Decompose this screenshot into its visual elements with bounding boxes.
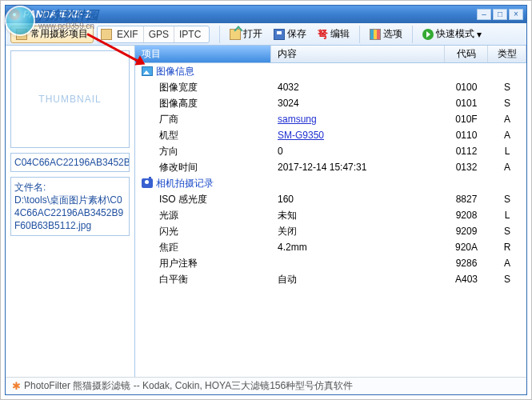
flower-icon: ✱ <box>12 380 21 392</box>
link-value[interactable]: SM-G9350 <box>278 130 324 141</box>
table-row[interactable]: 图像高度30240101S <box>135 95 526 111</box>
window-title: PANDA IEXIF 2 <box>23 9 91 20</box>
tab-common-exif[interactable]: 常用摄影项目 <box>10 26 94 43</box>
grid-header: 项目 内容 代码 类型 <box>135 46 526 63</box>
grid-body[interactable]: 图像信息图像宽度40320100S图像高度30240101S厂商samsung0… <box>135 63 526 377</box>
options-button[interactable]: 选项 <box>365 26 407 43</box>
table-row[interactable]: 用户注释9286A <box>135 255 526 271</box>
group-row[interactable]: 图像信息 <box>135 63 526 79</box>
table-row[interactable]: ISO 感光度1608827S <box>135 191 526 207</box>
tab-exif[interactable]: EXIF <box>112 26 143 42</box>
col-header-item[interactable]: 项目 <box>135 46 271 62</box>
statusbar-text: PhotoFilter 熊猫摄影滤镜 -- Kodak, Cokin, HOYA… <box>24 379 353 393</box>
separator <box>219 26 220 43</box>
image-icon <box>142 66 153 76</box>
save-button[interactable]: 保存 <box>269 26 311 43</box>
minimize-button[interactable]: – <box>477 9 491 20</box>
close-button[interactable]: × <box>509 9 523 20</box>
group-row[interactable]: 相机拍摄记录 <box>135 175 526 191</box>
toolbar: 常用摄影项目 EXIF GPS IPTC 打开 保存 弩 编辑 选项 快 <box>6 23 526 46</box>
tab-group: EXIF GPS IPTC <box>97 26 210 43</box>
box-icon <box>16 29 27 40</box>
tab-gps[interactable]: GPS <box>143 26 174 42</box>
table-row[interactable]: 光源未知9208L <box>135 207 526 223</box>
hash-value: C04C66AC22196AB3452B9 <box>10 153 130 172</box>
table-row[interactable]: 厂商samsung010FA <box>135 111 526 127</box>
app-window: ● PANDA IEXIF 2 – □ × 常用摄影项目 EXIF GPS IP… <box>5 5 527 395</box>
table-row[interactable]: 焦距4.2mm920AR <box>135 239 526 255</box>
edit-button[interactable]: 弩 编辑 <box>313 26 354 43</box>
separator <box>359 26 360 43</box>
table-row[interactable]: 白平衡自动A403S <box>135 271 526 287</box>
options-icon <box>370 29 381 40</box>
statusbar: ✱ PhotoFilter 熊猫摄影滤镜 -- Kodak, Cokin, HO… <box>6 377 526 394</box>
sidebar: THUMBNAIL C04C66AC22196AB3452B9 文件名: D:\… <box>6 46 135 377</box>
maximize-button[interactable]: □ <box>493 9 507 20</box>
titlebar: ● PANDA IEXIF 2 – □ × <box>6 6 526 23</box>
filename-box: 文件名: D:\tools\桌面图片素材\C04C66AC22196AB3452… <box>10 177 130 236</box>
save-icon <box>274 29 285 40</box>
fast-mode-button[interactable]: 快速模式▾ <box>418 26 486 43</box>
link-value[interactable]: samsung <box>278 114 317 125</box>
tab-iptc[interactable]: IPTC <box>174 26 206 42</box>
separator <box>412 26 413 43</box>
open-button[interactable]: 打开 <box>225 26 267 43</box>
camera-icon <box>142 178 153 188</box>
col-header-content[interactable]: 内容 <box>271 46 445 62</box>
table-row[interactable]: 闪光关闭9209S <box>135 223 526 239</box>
box-icon <box>101 29 112 40</box>
table-row[interactable]: 修改时间2017-12-14 15:47:310132A <box>135 159 526 175</box>
table-row[interactable]: 机型SM-G93500110A <box>135 127 526 143</box>
play-icon <box>422 29 434 40</box>
col-header-type[interactable]: 类型 <box>488 46 526 62</box>
grid: 项目 内容 代码 类型 图像信息图像宽度40320100S图像高度3024010… <box>135 46 526 377</box>
table-row[interactable]: 图像宽度40320100S <box>135 79 526 95</box>
table-row[interactable]: 方向00112L <box>135 143 526 159</box>
folder-open-icon <box>230 29 241 40</box>
col-header-code[interactable]: 代码 <box>445 46 488 62</box>
edit-icon: 弩 <box>318 27 328 42</box>
thumbnail-box[interactable]: THUMBNAIL <box>10 50 130 148</box>
app-icon: ● <box>9 9 20 20</box>
